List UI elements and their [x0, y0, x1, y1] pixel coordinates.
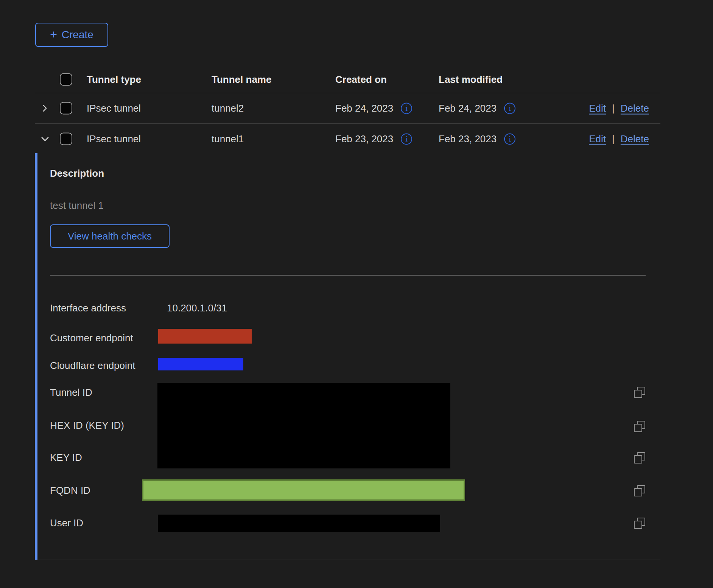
key-id-label: KEY ID — [50, 452, 82, 464]
tunnel-details-panel: Description test tunnel 1 View health ch… — [35, 153, 660, 560]
created-on-value: Feb 24, 2023 — [335, 103, 393, 114]
section-divider — [50, 275, 646, 275]
row-checkbox[interactable] — [60, 133, 72, 145]
chevron-down-icon — [40, 134, 50, 144]
user-id-label: User ID — [50, 517, 83, 529]
fqdn-id-label: FQDN ID — [50, 485, 90, 496]
copy-key-id-button[interactable] — [634, 452, 645, 464]
column-header-last-modified: Last modified — [439, 74, 503, 86]
create-button-label: Create — [62, 29, 93, 41]
copy-icon — [634, 452, 645, 464]
tunnel-id-label: Tunnel ID — [50, 387, 92, 398]
chevron-right-icon — [40, 103, 50, 113]
select-all-checkbox[interactable] — [60, 73, 72, 86]
create-button[interactable]: + Create — [35, 23, 108, 47]
created-on-cell: Feb 23, 2023 i — [335, 133, 412, 145]
copy-fqdn-id-button[interactable] — [634, 485, 645, 496]
tunnel-type-cell: IPsec tunnel — [87, 133, 141, 145]
interface-address-value: 10.200.1.0/31 — [167, 302, 227, 314]
table-header-row: Tunnel type Tunnel name Created on Last … — [35, 66, 660, 93]
collapse-row-button[interactable] — [40, 134, 50, 144]
copy-user-id-button[interactable] — [634, 518, 645, 529]
plus-icon: + — [50, 28, 57, 40]
actions-separator: | — [612, 133, 615, 145]
row-checkbox[interactable] — [60, 102, 72, 115]
tunnel-name-cell: tunnel1 — [212, 133, 244, 145]
copy-icon — [634, 518, 645, 529]
tunnels-page: + Create Tunnel type Tunnel name Created… — [0, 0, 713, 588]
actions-separator: | — [612, 103, 615, 114]
info-icon[interactable]: i — [504, 133, 515, 145]
tunnel-name-cell: tunnel2 — [212, 103, 244, 114]
description-value: test tunnel 1 — [50, 200, 104, 212]
copy-icon — [634, 387, 645, 398]
last-modified-value: Feb 24, 2023 — [439, 103, 497, 114]
info-icon[interactable]: i — [401, 103, 412, 114]
delete-link[interactable]: Delete — [621, 103, 649, 114]
last-modified-cell: Feb 24, 2023 i — [439, 103, 515, 114]
column-header-tunnel-name: Tunnel name — [212, 74, 271, 86]
delete-link[interactable]: Delete — [621, 133, 649, 145]
view-health-checks-button[interactable]: View health checks — [50, 224, 170, 248]
created-on-cell: Feb 24, 2023 i — [335, 103, 412, 114]
column-header-tunnel-type: Tunnel type — [87, 74, 141, 86]
customer-endpoint-label: Customer endpoint — [50, 332, 133, 344]
customer-endpoint-redacted-value — [158, 329, 252, 344]
interface-address-label: Interface address — [50, 302, 126, 314]
fqdn-id-redacted-value — [142, 479, 465, 501]
copy-icon — [634, 485, 645, 496]
tunnels-table: Tunnel type Tunnel name Created on Last … — [35, 66, 660, 154]
cloudflare-endpoint-label: Cloudflare endpoint — [50, 360, 135, 372]
edit-link[interactable]: Edit — [589, 103, 606, 114]
copy-hex-id-button[interactable] — [634, 421, 645, 432]
row-actions: Edit | Delete — [589, 103, 649, 114]
copy-icon — [634, 421, 645, 432]
edit-link[interactable]: Edit — [589, 133, 606, 145]
copy-tunnel-id-button[interactable] — [634, 387, 645, 398]
table-row: IPsec tunnel tunnel2 Feb 24, 2023 i Feb … — [35, 93, 660, 124]
hex-id-label: HEX ID (KEY ID) — [50, 420, 124, 431]
column-header-created-on: Created on — [335, 74, 387, 86]
expand-row-button[interactable] — [40, 103, 50, 113]
info-icon[interactable]: i — [504, 103, 515, 114]
tunnel-type-cell: IPsec tunnel — [87, 103, 141, 114]
last-modified-value: Feb 23, 2023 — [439, 133, 497, 145]
user-id-redacted-value — [158, 515, 440, 532]
created-on-value: Feb 23, 2023 — [335, 133, 393, 145]
last-modified-cell: Feb 23, 2023 i — [439, 133, 515, 145]
table-row: IPsec tunnel tunnel1 Feb 23, 2023 i Feb … — [35, 124, 660, 154]
id-group-redacted-value — [157, 383, 450, 468]
info-icon[interactable]: i — [401, 133, 412, 145]
cloudflare-endpoint-redacted-value — [158, 358, 243, 370]
row-actions: Edit | Delete — [589, 133, 649, 145]
description-label: Description — [50, 168, 104, 179]
